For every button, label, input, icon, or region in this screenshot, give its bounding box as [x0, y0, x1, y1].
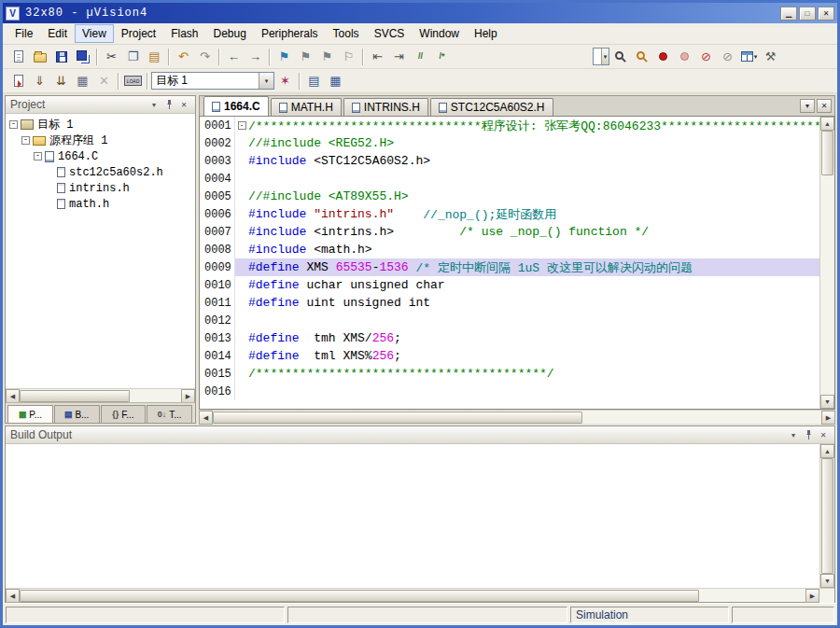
panel-menu-icon[interactable]: ▾ [787, 429, 800, 441]
scroll-thumb[interactable] [213, 412, 582, 424]
nav-back-button[interactable]: ← [223, 47, 245, 66]
scroll-right-button[interactable]: ▶ [181, 389, 195, 403]
functions-tab[interactable]: {}F... [101, 405, 147, 423]
copy-button[interactable]: ❐ [122, 47, 144, 66]
find-in-files-button[interactable] [609, 47, 631, 66]
editor-tab-stc12c5a60s2-h[interactable]: STC12C5A60S2.H [430, 98, 553, 116]
menu-tools[interactable]: Tools [326, 24, 367, 43]
line-number[interactable]: 0007 [200, 223, 235, 241]
tab-list-dropdown-icon[interactable]: ▾ [800, 99, 815, 113]
chevron-down-icon[interactable]: ▾ [601, 49, 609, 64]
file-extensions-button[interactable]: ▤ [303, 71, 325, 91]
scroll-right-button[interactable]: ▶ [805, 589, 819, 603]
cut-button[interactable]: ✂ [101, 47, 122, 66]
code-line-0002[interactable]: 0002//#include <REG52.H> [200, 134, 819, 152]
batch-build-button[interactable]: ▦ [72, 71, 93, 91]
save-all-button[interactable] [72, 47, 93, 66]
unindent-button[interactable]: ⇤ [367, 47, 388, 66]
manage-workspace-button[interactable]: ▦ [325, 71, 346, 91]
pin-icon[interactable] [802, 429, 815, 441]
translate-file-button[interactable] [7, 71, 29, 91]
debug-windows-button[interactable]: ▾ [738, 47, 760, 66]
line-number[interactable]: 0003 [200, 152, 235, 170]
editor-horizontal-scrollbar[interactable]: ◀ ▶ [199, 410, 835, 424]
undo-button[interactable]: ↶ [173, 47, 194, 66]
menu-svcs[interactable]: SVCS [367, 24, 413, 43]
search-button[interactable] [631, 47, 652, 66]
line-number[interactable]: 0001 [200, 117, 235, 134]
build-output-horizontal-scrollbar[interactable]: ◀ ▶ [6, 588, 834, 602]
project-tab[interactable]: ▦P... [7, 405, 53, 423]
code-line-0015[interactable]: 0015/***********************************… [200, 365, 819, 383]
close-button[interactable]: ✕ [818, 7, 834, 21]
scroll-down-button[interactable]: ▼ [820, 574, 834, 588]
tree-item-math-h[interactable]: math.h [6, 196, 195, 212]
fold-collapse-icon[interactable]: - [238, 121, 246, 130]
expander-icon[interactable]: - [34, 152, 42, 160]
line-number[interactable]: 0009 [200, 258, 235, 276]
nav-forward-button[interactable]: → [245, 47, 266, 66]
scroll-left-button[interactable]: ◀ [6, 589, 20, 603]
menu-help[interactable]: Help [467, 24, 505, 43]
code-line-0001[interactable]: 0001-/*******************************程序设… [200, 117, 819, 134]
target-select[interactable]: 目标 1▾ [151, 72, 274, 90]
editor-tab-intrins-h[interactable]: INTRINS.H [343, 98, 428, 116]
line-number[interactable]: 0016 [200, 383, 235, 400]
disable-breakpoints-button[interactable]: ⊘ [717, 47, 738, 66]
code-line-0009[interactable]: 0009#define XMS 65535-1536 /* 定时中断间隔 1uS… [200, 258, 819, 276]
uncomment-button[interactable]: /* [431, 47, 453, 66]
close-icon[interactable]: ✕ [177, 99, 190, 111]
editor-tab-math-h[interactable]: MATH.H [271, 98, 342, 116]
line-number[interactable]: 0013 [200, 329, 235, 347]
pin-icon[interactable] [162, 99, 175, 111]
rebuild-button[interactable]: ⇊ [50, 71, 72, 91]
line-number[interactable]: 0004 [200, 170, 235, 188]
line-number[interactable]: 0002 [200, 134, 235, 152]
code-line-0014[interactable]: 0014#define tml XMS%256; [200, 347, 819, 365]
redo-button[interactable]: ↷ [194, 47, 216, 66]
close-document-icon[interactable]: ✕ [817, 99, 832, 113]
configure-button[interactable]: ⚒ [760, 47, 781, 66]
line-number[interactable]: 0006 [200, 205, 235, 223]
code-line-0004[interactable]: 0004 [200, 170, 819, 188]
menu-window[interactable]: Window [412, 24, 467, 43]
code-line-0008[interactable]: 0008#include <math.h> [200, 241, 819, 258]
scroll-up-button[interactable]: ▲ [820, 117, 834, 131]
line-number[interactable]: 0010 [200, 276, 235, 294]
chevron-down-icon[interactable]: ▾ [259, 73, 273, 89]
scroll-left-button[interactable]: ◀ [6, 389, 20, 403]
search-combo[interactable]: ▾ [593, 48, 609, 65]
scroll-down-button[interactable]: ▼ [820, 395, 834, 409]
line-number[interactable]: 0008 [200, 241, 235, 258]
line-number[interactable]: 0005 [200, 188, 235, 205]
expander-icon[interactable]: - [21, 136, 30, 145]
insert-breakpoint-button[interactable] [652, 47, 674, 66]
menu-flash[interactable]: Flash [163, 24, 205, 43]
stop-build-button[interactable]: ✕ [93, 71, 115, 91]
tree-item-1664-c[interactable]: -1664.C [6, 148, 195, 164]
panel-menu-icon[interactable]: ▾ [147, 99, 161, 111]
code-line-0016[interactable]: 0016 [200, 383, 819, 400]
scroll-thumb[interactable] [20, 390, 130, 402]
save-button[interactable] [50, 47, 72, 66]
paste-button[interactable]: ▤ [144, 47, 165, 66]
app-icon[interactable]: V [6, 7, 20, 21]
build-button[interactable]: ⇓ [29, 71, 50, 91]
code-line-0011[interactable]: 0011#define uint unsigned int [200, 294, 819, 312]
scroll-thumb[interactable] [821, 458, 833, 574]
bookmark-prev-button[interactable]: ⚑ [295, 47, 316, 66]
menu-project[interactable]: Project [114, 24, 163, 43]
build-output-text[interactable] [6, 444, 819, 588]
templates-tab[interactable]: 0↓T... [147, 405, 192, 423]
menu-peripherals[interactable]: Peripherals [254, 24, 326, 43]
target-options-button[interactable]: ✶ [274, 71, 296, 91]
tree-item-source-group-1[interactable]: -源程序组 1 [6, 133, 195, 148]
bookmark-clear-button[interactable]: ⚐ [338, 47, 359, 66]
line-number[interactable]: 0014 [200, 347, 235, 365]
bookmark-next-button[interactable]: ⚑ [316, 47, 338, 66]
comment-button[interactable]: // [410, 47, 431, 66]
tree-item-intrins-h[interactable]: intrins.h [6, 180, 195, 196]
tree-item-stc12c5a60s2-h[interactable]: stc12c5a60s2.h [6, 164, 195, 180]
editor-vertical-scrollbar[interactable]: ▲ ▼ [819, 117, 834, 409]
code-line-0005[interactable]: 0005//#include <AT89X55.H> [200, 188, 819, 205]
